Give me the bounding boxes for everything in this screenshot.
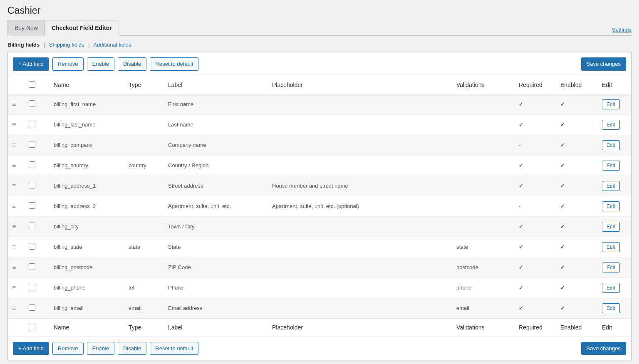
table-row: ≡billing_address_2Apartment, suite, unit… [8,196,631,216]
enable-button-bottom[interactable]: Enable [87,342,114,355]
cell-name: billing_email [50,298,124,318]
row-checkbox[interactable] [29,141,35,148]
cell-validations [452,176,515,196]
cell-label: Street address [164,176,268,196]
edit-button[interactable]: Edit [602,201,620,211]
drag-handle-icon[interactable]: ≡ [12,285,16,291]
subnav-additional[interactable]: Additional fields [93,42,131,48]
table-row: ≡billing_cityTown / City✓✓Edit [8,216,631,237]
cell-validations [452,114,515,135]
cell-required: - [515,135,556,155]
reset-button[interactable]: Reset to default [150,57,198,71]
drag-handle-icon[interactable]: ≡ [12,162,16,169]
reset-button-bottom[interactable]: Reset to default [150,342,198,355]
cell-required: ✓ [515,155,556,176]
tab-buy-now[interactable]: Buy Now [7,20,45,36]
add-field-button-bottom[interactable]: + Add field [13,342,49,355]
drag-handle-icon[interactable]: ≡ [12,264,16,271]
table-row: ≡billing_postcodeZIP Codepostcode✓✓Edit [8,257,631,277]
row-checkbox[interactable] [29,161,35,168]
row-checkbox[interactable] [29,121,35,127]
disable-button[interactable]: Disable [118,57,146,71]
cell-label: State [164,237,268,257]
select-all-checkbox-top[interactable] [29,81,35,88]
drag-handle-icon[interactable]: ≡ [12,223,16,230]
check-icon: ✓ [560,142,565,148]
drag-handle-icon[interactable]: ≡ [12,183,16,189]
cell-type: email [124,298,164,318]
cell-name: billing_postcode [50,257,124,277]
col-required: Required [515,76,556,94]
settings-link[interactable]: Settings [612,27,632,35]
drag-handle-icon[interactable]: ≡ [12,244,16,250]
col-edit: Edit [598,76,631,94]
save-changes-button[interactable]: Save changes [581,57,626,71]
check-icon: ✓ [560,244,565,250]
edit-button[interactable]: Edit [602,120,620,130]
edit-button[interactable]: Edit [602,181,620,191]
subnav-billing[interactable]: Billing fields [7,42,40,48]
cell-validations: phone [452,277,515,298]
cell-required: ✓ [515,237,556,257]
remove-button-bottom[interactable]: Remove [52,342,83,355]
edit-button[interactable]: Edit [602,99,620,109]
cell-placeholder [268,277,452,298]
cell-required: ✓ [515,94,556,114]
save-changes-button-bottom[interactable]: Save changes [581,342,626,355]
row-checkbox[interactable] [29,263,35,270]
check-icon: ✓ [519,285,523,291]
cell-enabled: ✓ [556,114,598,135]
cell-enabled: ✓ [556,237,598,257]
cell-placeholder [268,298,452,318]
cell-enabled: ✓ [556,196,598,216]
check-icon: ✓ [519,223,523,230]
row-checkbox[interactable] [29,243,35,250]
subnav-shipping[interactable]: Shipping fields [49,42,84,48]
cell-placeholder [268,237,452,257]
remove-button[interactable]: Remove [52,57,83,71]
drag-handle-icon[interactable]: ≡ [12,101,16,108]
check-icon: ✓ [560,183,565,189]
cell-type [124,114,164,135]
page-title: Cashier [7,0,632,20]
toolbar-bottom: + Add field Remove Enable Disable Reset … [8,337,631,360]
edit-button[interactable]: Edit [602,161,620,171]
cell-placeholder: Apartment, suite, unit, etc. (optional) [268,196,452,216]
cell-validations [452,196,515,216]
edit-button[interactable]: Edit [602,283,620,293]
row-checkbox[interactable] [29,100,35,107]
add-field-button[interactable]: + Add field [13,57,49,71]
cell-name: billing_phone [50,277,124,298]
cell-type [124,257,164,277]
cell-name: billing_company [50,135,124,155]
table-footer-row: Name Type Label Placeholder Validations … [8,318,631,337]
drag-handle-icon[interactable]: ≡ [12,305,16,312]
edit-button[interactable]: Edit [602,140,620,150]
toolbar-top: + Add field Remove Enable Disable Reset … [8,52,631,76]
row-checkbox[interactable] [29,202,35,209]
drag-handle-icon[interactable]: ≡ [12,203,16,210]
cell-placeholder [268,114,452,135]
drag-handle-icon[interactable]: ≡ [12,142,16,149]
cell-name: billing_last_name [50,114,124,135]
row-checkbox[interactable] [29,182,35,188]
cell-enabled: ✓ [556,94,598,114]
select-all-checkbox-bottom[interactable] [29,324,35,330]
cell-required: ✓ [515,176,556,196]
cell-label: Town / City [164,216,268,237]
edit-button[interactable]: Edit [602,262,620,272]
disable-button-bottom[interactable]: Disable [118,342,146,355]
col-enabled: Enabled [556,76,598,94]
tab-checkout-field-editor[interactable]: Checkout Field Editor [45,20,119,36]
cell-type [124,176,164,196]
edit-button[interactable]: Edit [602,222,620,232]
drag-handle-icon[interactable]: ≡ [12,121,16,128]
edit-button[interactable]: Edit [602,303,620,313]
enable-button[interactable]: Enable [87,57,114,71]
edit-button[interactable]: Edit [602,242,620,252]
row-checkbox[interactable] [29,223,35,229]
fields-table: Name Type Label Placeholder Validations … [8,76,631,337]
row-checkbox[interactable] [29,304,35,311]
row-checkbox[interactable] [29,284,35,290]
cell-enabled: ✓ [556,257,598,277]
